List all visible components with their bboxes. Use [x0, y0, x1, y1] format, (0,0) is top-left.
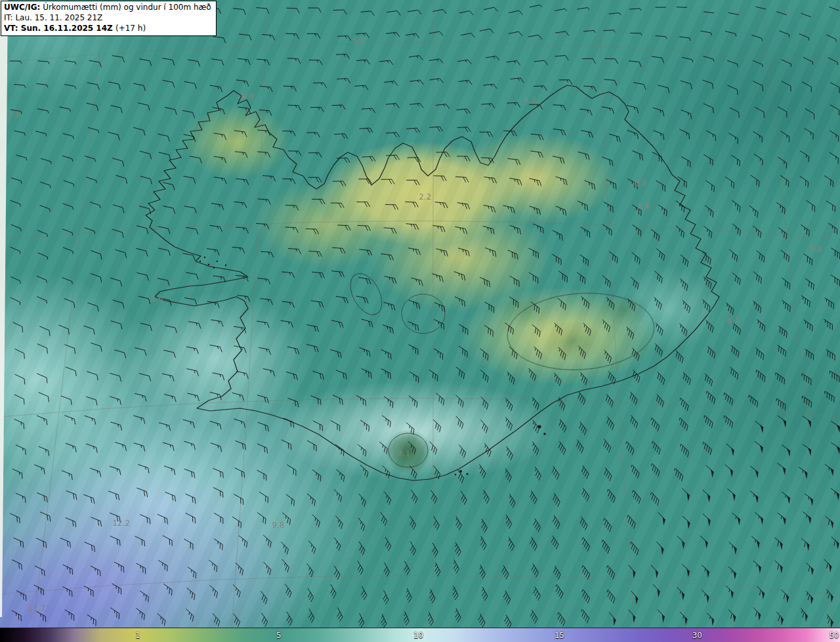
map-overlay: [0, 0, 840, 628]
islets: [200, 257, 546, 476]
map-title: Úrkomumætti (mm) og vindur í 100m hæð: [43, 3, 211, 12]
colorbar-tick: 10: [413, 631, 423, 640]
colorbar: 1510153050: [0, 628, 840, 642]
valid-label: VT:: [4, 24, 18, 33]
title-box: UWC/IG: Úrkomumætti (mm) og vindur í 100…: [1, 1, 217, 36]
weather-map-canvas: 5.26.06.17.06.52.82.25.03.66.74.112.29.8…: [0, 0, 840, 642]
wind-barb-flags: [614, 419, 840, 628]
colorbar-tick: 5: [276, 631, 281, 640]
wind-barb-layer: [10, 5, 840, 628]
title-line-3: VT: Sun. 16.11.2025 14Z (+17 h): [4, 24, 211, 34]
colorbar-tick: 1: [135, 631, 140, 640]
title-line-1: UWC/IG: Úrkomumætti (mm) og vindur í 100…: [4, 3, 211, 13]
title-line-2: IT: Lau. 15. 11. 2025 21Z: [4, 13, 211, 24]
colorbar-tick: 15: [555, 631, 564, 640]
domain-edge-wedge: [0, 0, 8, 617]
model-label: UWC/IG:: [4, 3, 40, 12]
init-time: Lau. 15. 11. 2025 21Z: [15, 13, 102, 22]
colorbar-tick: 50: [830, 631, 839, 640]
valid-time: Sun. 16.11.2025 14Z: [21, 24, 113, 33]
graticule: [0, 0, 840, 628]
colorbar-tick: 30: [692, 631, 702, 640]
init-label: IT:: [4, 13, 13, 22]
wind-barb-shafts: [10, 5, 840, 628]
glacier-contours: [344, 268, 656, 467]
wind-flag-layer: [614, 419, 840, 628]
colorbar-ticks: 1510153050: [0, 628, 840, 642]
valid-offset: (+17 h): [116, 24, 146, 33]
